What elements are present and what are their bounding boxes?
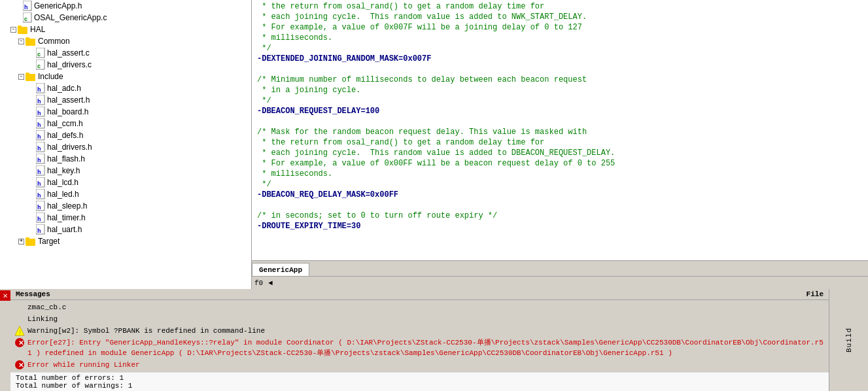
tree-label-hal-timer-h: hal_timer.h (47, 213, 86, 222)
scroll-left-indicator[interactable]: ◄ (268, 279, 273, 287)
tree-item-include[interactable]: -Include (0, 71, 251, 82)
file-h-icon-hal-board-h: h (36, 107, 45, 117)
tree-label-hal-ccm-h: hal_ccm.h (47, 119, 83, 128)
svg-text:h: h (37, 122, 41, 128)
message-text: Error while running Linker (27, 360, 825, 370)
tree-item-hal-defs-h[interactable]: hhal_defs.h (0, 129, 251, 141)
messages-content: zmac_cb.cLinking!Warning[w2]: Symbol ?PB… (10, 300, 829, 372)
tree-item-hal-board-h[interactable]: hhal_board.h (0, 106, 251, 118)
tree-item-hal-timer-h[interactable]: hhal_timer.h (0, 212, 251, 224)
tree-item-target[interactable]: +Target (0, 235, 251, 247)
file-h-icon-hal-defs-h: h (36, 130, 45, 141)
svg-text:h: h (37, 86, 41, 93)
svg-text:!: ! (19, 329, 21, 335)
tree-item-hal-drivers-h[interactable]: hhal_drivers.h (0, 141, 251, 153)
svg-text:h: h (37, 180, 41, 187)
build-label: Build (845, 328, 853, 352)
cursor-position: f0 (254, 279, 263, 287)
error-icon: ✕ (14, 360, 25, 370)
tree-label-common: Common (38, 37, 70, 46)
tree-label-hal-assert-c: hal_assert.c (47, 48, 90, 58)
folder-icon-common (26, 37, 36, 46)
expand-icon-include[interactable]: - (18, 74, 24, 80)
error-icon: ✕ (14, 337, 25, 348)
file-h-icon-genericapp-h: h (23, 1, 32, 11)
message-line: zmac_cb.c (13, 301, 826, 313)
tree-item-hal[interactable]: -HAL (0, 24, 251, 35)
message-text: Error[e27]: Entry "GenericApp_HandleKeys… (27, 337, 825, 358)
tree-label-hal-drivers-h: hal_drivers.h (47, 143, 92, 152)
tree-label-include: Include (38, 72, 63, 81)
tree-item-hal-assert-h[interactable]: hhal_assert.h (0, 94, 251, 106)
message-line: Linking (13, 313, 826, 325)
svg-text:h: h (37, 110, 41, 116)
svg-text:h: h (37, 98, 41, 105)
svg-text:h: h (37, 145, 41, 152)
tree-item-genericapp-h[interactable]: hGenericApp.h (0, 0, 251, 12)
tree-item-hal-drivers-c[interactable]: chal_drivers.c (0, 59, 251, 71)
tree-label-hal-drivers-c: hal_drivers.c (47, 60, 92, 69)
expand-icon-common[interactable]: - (18, 39, 24, 44)
expand-icon-hal[interactable]: - (10, 27, 16, 33)
file-tree-panel: hGenericApp.hcOSAL_GenericApp.c-HAL-Comm… (0, 0, 252, 289)
tree-item-hal-sleep-h[interactable]: hhal_sleep.h (0, 200, 251, 212)
svg-text:h: h (24, 4, 28, 10)
tree-item-common[interactable]: -Common (0, 35, 251, 47)
folder-icon-target (26, 237, 36, 246)
svg-text:h: h (37, 216, 41, 222)
tree-label-hal-adc-h: hal_adc.h (47, 84, 81, 93)
tree-item-hal-led-h[interactable]: hhal_led.h (0, 188, 251, 200)
file-label: File (807, 290, 824, 298)
svg-text:c: c (37, 51, 41, 58)
main-area: hGenericApp.hcOSAL_GenericApp.c-HAL-Comm… (0, 0, 868, 289)
message-text: zmac_cb.c (27, 302, 825, 313)
code-statusbar: f0 ◄ (252, 276, 868, 289)
file-h-icon-hal-led-h: h (36, 189, 45, 199)
messages-panel-inner: Messages File zmac_cb.cLinking!Warning[w… (10, 289, 829, 391)
file-h-icon-hal-key-h: h (36, 165, 45, 176)
message-line: ✕Error while running Linker (13, 359, 826, 371)
tree-label-hal-flash-h: hal_flash.h (47, 154, 85, 163)
file-h-icon-hal-sleep-h: h (36, 201, 45, 211)
svg-text:c: c (37, 63, 41, 69)
message-line: ✕Error[e27]: Entry "GenericApp_HandleKey… (13, 337, 826, 359)
tree-item-hal-uart-h[interactable]: hhal_uart.h (0, 224, 251, 235)
tree-item-hal-assert-c[interactable]: chal_assert.c (0, 47, 251, 59)
warning-icon: ! (14, 326, 25, 336)
svg-text:h: h (37, 204, 41, 211)
tree-label-hal-uart-h: hal_uart.h (47, 225, 82, 234)
tree-label-hal-key-h: hal_key.h (47, 166, 80, 175)
file-c-icon-hal-assert-c: c (36, 48, 45, 58)
tree-item-hal-key-h[interactable]: hhal_key.h (0, 165, 251, 177)
tree-item-hal-flash-h[interactable]: hhal_flash.h (0, 153, 251, 165)
folder-icon-hal (18, 25, 28, 34)
svg-text:h: h (37, 133, 41, 140)
tree-item-hal-lcd-h[interactable]: hhal_lcd.h (0, 177, 251, 188)
tree-item-osal-genericapp-c[interactable]: cOSAL_GenericApp.c (0, 12, 251, 24)
messages-title: Messages (16, 290, 50, 298)
folder-icon-include (26, 72, 36, 81)
expand-icon-target[interactable]: + (18, 239, 24, 245)
svg-rect-5 (18, 26, 22, 28)
file-h-icon-hal-ccm-h: h (36, 118, 45, 129)
file-h-icon-hal-adc-h: h (36, 83, 45, 94)
tree-label-hal-lcd-h: hal_lcd.h (47, 178, 78, 187)
message-line: !Warning[w2]: Symbol ?PBANK is redefined… (13, 325, 826, 337)
tree-item-hal-ccm-h[interactable]: hhal_ccm.h (0, 118, 251, 129)
file-h-icon-hal-flash-h: h (36, 154, 45, 164)
close-messages-button[interactable]: ✕ (0, 290, 10, 301)
footer-line: Total number of errors: 1 (16, 374, 824, 382)
tree-label-osal-genericapp-c: OSAL_GenericApp.c (34, 13, 107, 22)
file-h-icon-hal-assert-h: h (36, 95, 45, 105)
footer-line: Total number of warnings: 1 (16, 382, 824, 390)
svg-text:h: h (37, 157, 41, 163)
tab-genericapp-tab[interactable]: GenericApp (252, 263, 309, 276)
tree-item-hal-adc-h[interactable]: hhal_adc.h (0, 82, 251, 94)
file-c-icon-hal-drivers-c: c (36, 60, 45, 70)
tree-label-hal-led-h: hal_led.h (47, 190, 79, 199)
svg-text:h: h (37, 169, 41, 175)
svg-text:✕: ✕ (18, 362, 24, 369)
file-c-icon-osal-genericapp-c: c (23, 12, 32, 23)
code-content: * the return from osal_rand() to get a r… (252, 1, 868, 231)
file-h-icon-hal-timer-h: h (36, 212, 45, 223)
